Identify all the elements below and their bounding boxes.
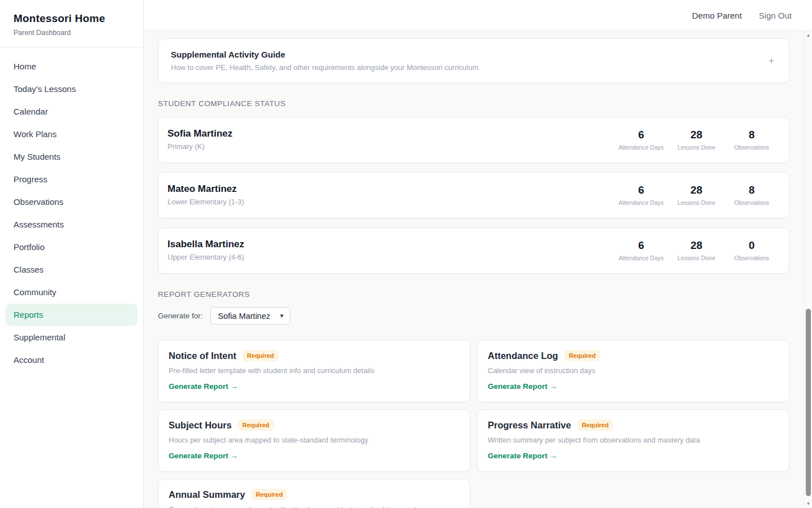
sign-out-button[interactable]: Sign Out xyxy=(759,11,792,20)
report-head: Notice of Intent Required xyxy=(169,350,458,361)
scrollbar-thumb[interactable] xyxy=(806,309,811,496)
sidebar-item-classes[interactable]: Classes xyxy=(6,259,138,281)
sidebar-item-my-students[interactable]: My Students xyxy=(6,146,138,168)
student-level: Primary (K) xyxy=(167,142,232,151)
stat-observations: 8 Observations xyxy=(728,184,775,206)
stat-observations-label: Observations xyxy=(728,255,775,261)
top-bar: Demo Parent Sign Out xyxy=(144,0,812,31)
report-head: Attendance Log Required xyxy=(488,350,778,361)
sidebar-item-reports[interactable]: Reports xyxy=(6,304,138,326)
stat-attendance: 6 Attendance Days xyxy=(617,184,665,206)
required-badge: Required xyxy=(577,419,614,431)
sidebar-header: Montessori Home Parent Dashboard xyxy=(0,0,143,47)
sidebar-item-account[interactable]: Account xyxy=(6,349,138,371)
sidebar-item-calendar[interactable]: Calendar xyxy=(6,100,138,122)
stat-observations-value: 0 xyxy=(728,239,775,252)
student-stats: 6 Attendance Days 28 Lessons Done 8 Obse… xyxy=(610,184,775,206)
stat-attendance-value: 6 xyxy=(617,184,665,196)
sidebar-item-portfolio[interactable]: Portfolio xyxy=(6,236,138,258)
stat-observations: 8 Observations xyxy=(728,129,775,151)
report-title: Notice of Intent xyxy=(169,351,236,361)
app-title: Montessori Home xyxy=(14,12,130,25)
report-title: Annual Summary xyxy=(169,489,245,500)
expand-plus-icon[interactable]: + xyxy=(766,55,776,67)
report-description: Hours per subject area mapped to state-s… xyxy=(169,436,458,444)
stat-lessons-label: Lessons Done xyxy=(673,144,720,151)
guide-text: Supplemental Activity Guide How to cover… xyxy=(171,50,478,72)
sidebar-nav: Home Today's Lessons Calendar Work Plans… xyxy=(0,47,143,371)
stat-observations-label: Observations xyxy=(728,199,775,206)
sidebar-item-work-plans[interactable]: Work Plans xyxy=(6,123,138,145)
report-description: Written summary per subject from observa… xyxy=(488,436,778,444)
sidebar-item-progress[interactable]: Progress xyxy=(6,168,138,190)
student-level: Upper Elementary (4-6) xyxy=(167,253,244,261)
student-name: Sofia Martinez xyxy=(167,128,232,139)
stat-attendance: 6 Attendance Days xyxy=(617,129,665,151)
required-badge: Required xyxy=(564,350,601,361)
vertical-scrollbar[interactable]: ▲ ▼ xyxy=(804,31,812,508)
generate-report-link[interactable]: Generate Report → xyxy=(488,382,557,391)
stat-attendance-value: 6 xyxy=(617,129,665,141)
stat-lessons-value: 28 xyxy=(673,239,720,252)
report-title: Progress Narrative xyxy=(488,420,571,431)
student-stats: 6 Attendance Days 28 Lessons Done 8 Obse… xyxy=(610,129,775,151)
stat-attendance-value: 6 xyxy=(617,239,665,252)
report-head: Annual Summary Required xyxy=(169,489,458,500)
reports-section-title: REPORT GENERATORS xyxy=(158,290,789,299)
stat-observations-label: Observations xyxy=(728,144,775,151)
generate-for-row: Generate for: Sofia Martinez ▼ xyxy=(158,307,789,325)
report-card-annual-summary: Annual Summary Required Comprehensive ye… xyxy=(158,479,470,508)
scroll-down-icon[interactable]: ▼ xyxy=(804,501,812,506)
required-badge: Required xyxy=(238,419,274,431)
sidebar-item-home[interactable]: Home xyxy=(6,55,138,77)
generate-report-link[interactable]: Generate Report → xyxy=(488,452,557,460)
stat-attendance-label: Attendance Days xyxy=(617,144,665,151)
report-description: Calendar view of instruction days xyxy=(488,366,778,375)
student-level: Lower Elementary (1-3) xyxy=(167,198,244,206)
student-name: Isabella Martinez xyxy=(167,239,244,250)
required-badge: Required xyxy=(242,350,279,361)
report-card-subject-hours: Subject Hours Required Hours per subject… xyxy=(158,409,470,472)
generate-for-label: Generate for: xyxy=(158,312,203,320)
student-select-wrap: Sofia Martinez ▼ xyxy=(210,307,290,325)
stat-observations-value: 8 xyxy=(728,184,775,196)
stat-attendance: 6 Attendance Days xyxy=(617,239,665,261)
scroll-up-icon[interactable]: ▲ xyxy=(804,33,812,38)
guide-description: How to cover PE, Health, Safety, and oth… xyxy=(171,63,478,72)
student-info: Sofia Martinez Primary (K) xyxy=(167,128,232,151)
stat-lessons: 28 Lessons Done xyxy=(673,184,720,206)
student-card-mateo: Mateo Martinez Lower Elementary (1-3) 6 … xyxy=(158,172,789,218)
supplemental-activity-guide-card[interactable]: Supplemental Activity Guide How to cover… xyxy=(158,38,789,83)
report-card-progress-narrative: Progress Narrative Required Written summ… xyxy=(477,409,789,472)
stat-observations: 0 Observations xyxy=(728,239,775,261)
sidebar: Montessori Home Parent Dashboard Home To… xyxy=(0,0,144,508)
student-info: Isabella Martinez Upper Elementary (4-6) xyxy=(167,239,244,261)
stat-lessons: 28 Lessons Done xyxy=(673,239,720,261)
stat-observations-value: 8 xyxy=(728,129,775,141)
grid-empty-cell xyxy=(477,479,789,508)
report-title: Attendance Log xyxy=(488,351,558,361)
report-head: Subject Hours Required xyxy=(169,419,458,431)
stat-lessons: 28 Lessons Done xyxy=(673,129,720,151)
report-description: Comprehensive year-end report with atten… xyxy=(169,505,458,508)
student-info: Mateo Martinez Lower Elementary (1-3) xyxy=(167,183,244,206)
compliance-section-title: STUDENT COMPLIANCE STATUS xyxy=(158,99,789,108)
report-card-attendance-log: Attendance Log Required Calendar view of… xyxy=(477,340,789,402)
sidebar-item-assessments[interactable]: Assessments xyxy=(6,213,138,235)
sidebar-item-community[interactable]: Community xyxy=(6,281,138,303)
student-stats: 6 Attendance Days 28 Lessons Done 0 Obse… xyxy=(610,239,775,261)
student-name: Mateo Martinez xyxy=(167,183,244,195)
student-card-isabella: Isabella Martinez Upper Elementary (4-6)… xyxy=(158,227,789,274)
required-badge: Required xyxy=(251,489,288,500)
stat-attendance-label: Attendance Days xyxy=(617,255,665,261)
report-grid: Notice of Intent Required Pre-filled let… xyxy=(158,340,789,508)
student-select[interactable]: Sofia Martinez xyxy=(210,307,290,325)
app-subtitle: Parent Dashboard xyxy=(14,29,130,37)
sidebar-item-supplemental[interactable]: Supplemental xyxy=(6,326,138,348)
stat-lessons-value: 28 xyxy=(673,184,720,196)
sidebar-item-observations[interactable]: Observations xyxy=(6,191,138,213)
stat-lessons-value: 28 xyxy=(673,129,720,141)
generate-report-link[interactable]: Generate Report → xyxy=(169,382,238,391)
generate-report-link[interactable]: Generate Report → xyxy=(169,452,238,460)
sidebar-item-todays-lessons[interactable]: Today's Lessons xyxy=(6,78,138,100)
